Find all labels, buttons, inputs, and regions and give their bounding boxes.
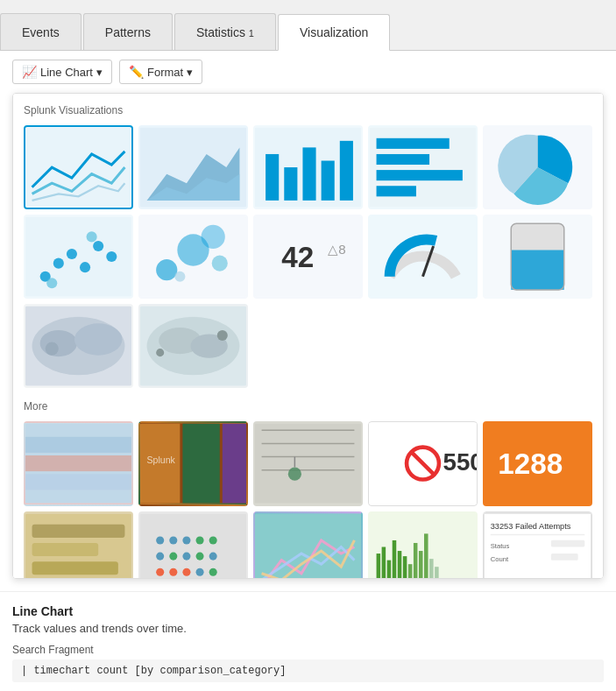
format-label: Format (147, 66, 183, 79)
viz-more-2[interactable]: Splunk (138, 421, 248, 505)
svg-rect-38 (511, 250, 564, 290)
svg-rect-114 (551, 554, 578, 561)
svg-rect-6 (284, 167, 297, 201)
svg-point-84 (156, 552, 164, 560)
svg-rect-112 (551, 539, 584, 546)
svg-rect-102 (408, 564, 413, 579)
viz-pie-chart[interactable] (483, 125, 592, 209)
svg-text:Count: Count (491, 555, 509, 563)
more-viz-grid: Splunk (24, 421, 592, 579)
svg-point-65 (288, 468, 301, 481)
svg-point-21 (93, 241, 103, 251)
viz-hbar-chart[interactable] (368, 125, 478, 209)
viz-more-8[interactable] (253, 511, 363, 579)
svg-rect-78 (140, 513, 246, 579)
svg-rect-101 (403, 556, 407, 579)
svg-rect-8 (322, 161, 335, 201)
svg-rect-60 (255, 424, 361, 504)
more-section-label: More (24, 400, 592, 412)
chevron-down-icon: ▾ (96, 66, 103, 79)
svg-rect-9 (340, 141, 353, 201)
more-section: More Spl (24, 400, 592, 579)
toolbar: 📈 Line Chart ▾ ✏️ Format ▾ (0, 51, 616, 93)
svg-point-90 (169, 568, 177, 575)
svg-point-30 (202, 225, 225, 249)
viz-more-4[interactable]: 550 (368, 421, 478, 505)
svg-point-26 (156, 259, 177, 280)
svg-point-24 (87, 231, 97, 242)
viz-choropleth-map[interactable] (24, 304, 133, 388)
svg-text:33253  Failed Attempts: 33253 Failed Attempts (491, 522, 571, 531)
svg-text:Status: Status (491, 541, 510, 549)
svg-rect-7 (302, 147, 315, 201)
svg-point-49 (217, 330, 228, 341)
format-chevron-down-icon: ▾ (187, 66, 193, 79)
tabs-bar: Events Patterns Statistics 1 Visualizati… (0, 0, 616, 51)
viz-line-chart[interactable] (24, 125, 133, 209)
svg-rect-104 (419, 551, 423, 579)
svg-point-28 (212, 256, 228, 271)
svg-point-88 (209, 552, 217, 560)
viz-filler-gauge[interactable] (483, 215, 592, 299)
info-title: Line Chart (12, 604, 604, 618)
splunk-viz-grid: 42 △8 (24, 125, 592, 388)
svg-point-86 (182, 552, 190, 560)
svg-point-22 (106, 251, 117, 262)
svg-rect-5 (266, 154, 279, 201)
svg-text:1288: 1288 (498, 448, 563, 481)
viz-more-1[interactable] (24, 421, 133, 505)
content-area: 📈 Line Chart ▾ ✏️ Format ▾ Splunk Visual… (0, 51, 616, 691)
svg-rect-58 (223, 424, 246, 504)
tab-statistics[interactable]: Statistics 1 (174, 13, 276, 50)
info-panel: Line Chart Track values and trends over … (0, 591, 616, 691)
svg-point-93 (209, 568, 217, 575)
tab-visualization[interactable]: Visualization (278, 14, 390, 51)
format-button[interactable]: ✏️ Format ▾ (119, 60, 202, 84)
viz-more-6[interactable] (24, 511, 133, 579)
svg-text:42: 42 (281, 241, 314, 273)
viz-radial-gauge[interactable] (368, 215, 478, 299)
viz-more-5[interactable]: 1288 (483, 421, 592, 505)
viz-more-10[interactable]: 33253 Failed Attempts Status Count (483, 511, 592, 579)
viz-scatter-chart[interactable] (24, 215, 133, 299)
viz-area-chart[interactable] (138, 125, 248, 209)
svg-rect-106 (429, 559, 434, 579)
tab-statistics-label: Statistics 1 (196, 25, 254, 39)
svg-rect-12 (377, 154, 430, 165)
viz-more-9[interactable] (368, 511, 478, 579)
viz-more-7[interactable] (138, 511, 248, 579)
svg-rect-105 (424, 533, 428, 579)
svg-text:Splunk: Splunk (147, 455, 176, 465)
svg-point-79 (156, 536, 164, 544)
viz-cluster-map[interactable] (138, 304, 248, 388)
svg-point-43 (74, 324, 122, 356)
tab-events[interactable]: Events (0, 13, 81, 50)
svg-point-85 (169, 552, 177, 560)
viz-single-value[interactable]: 42 △8 (253, 215, 363, 299)
tab-visualization-label: Visualization (300, 25, 368, 39)
svg-point-20 (80, 262, 90, 272)
svg-rect-74 (32, 524, 125, 537)
svg-point-89 (156, 568, 164, 575)
svg-point-50 (156, 349, 164, 356)
svg-rect-103 (414, 543, 418, 579)
svg-rect-0 (25, 128, 131, 208)
viz-bar-chart[interactable] (253, 125, 363, 209)
info-code: | timechart count [by comparison_categor… (12, 659, 604, 682)
viz-more-3[interactable] (253, 421, 363, 505)
tab-events-label: Events (22, 25, 60, 39)
line-chart-button[interactable]: 📈 Line Chart ▾ (12, 60, 112, 84)
svg-point-80 (169, 536, 177, 544)
svg-rect-94 (255, 513, 361, 579)
format-icon: ✏️ (129, 65, 144, 79)
line-chart-label: Line Chart (40, 66, 93, 79)
svg-point-29 (174, 271, 185, 282)
svg-rect-75 (32, 543, 99, 556)
svg-text:550: 550 (443, 448, 477, 476)
viz-bubble-chart[interactable] (138, 215, 248, 299)
svg-rect-57 (182, 424, 219, 504)
svg-point-44 (46, 342, 59, 356)
svg-text:△8: △8 (328, 242, 345, 257)
svg-point-91 (182, 568, 190, 575)
tab-patterns[interactable]: Patterns (83, 13, 173, 50)
